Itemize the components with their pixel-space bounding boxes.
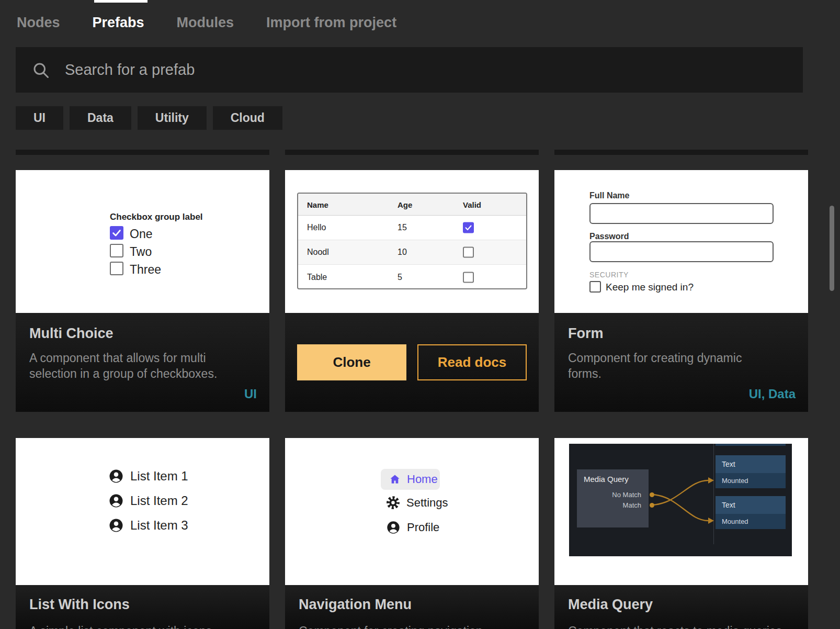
full-name-input[interactable] bbox=[589, 203, 774, 224]
prefab-picker-screen: Nodes Prefabs Modules Import from projec… bbox=[0, 0, 840, 629]
card-form-info[interactable]: Form Component for creating dynamic form… bbox=[554, 313, 808, 412]
scrollbar-thumb[interactable] bbox=[830, 206, 834, 291]
checkbox-one-label: One bbox=[130, 227, 152, 241]
nav-item-label: Home bbox=[407, 473, 438, 486]
active-tab-indicator bbox=[94, 0, 147, 3]
table-row: Noodl 10 bbox=[298, 240, 526, 265]
search-bar[interactable] bbox=[16, 47, 803, 93]
tab-nodes[interactable]: Nodes bbox=[17, 15, 60, 31]
security-section-label: SECURITY bbox=[589, 271, 629, 279]
table-valid-checkbox[interactable] bbox=[463, 272, 474, 283]
card-description: Component for creating navigation. bbox=[299, 623, 525, 629]
list-item: List Item 2 bbox=[108, 493, 188, 509]
node-output-match: Match bbox=[623, 501, 641, 509]
checkbox-three-label: Three bbox=[130, 263, 161, 277]
table-cell-age: 5 bbox=[398, 273, 402, 282]
checkbox-two[interactable] bbox=[110, 244, 123, 257]
text-node-clipped bbox=[716, 444, 786, 446]
table-header-row: Name Age Valid bbox=[298, 194, 526, 216]
keep-signed-in-checkbox[interactable] bbox=[589, 281, 601, 293]
card-description: A simple list component with icons. bbox=[29, 623, 256, 629]
keep-signed-in-label: Keep me signed in? bbox=[606, 282, 694, 293]
card-description: Component that reacts to media queries. bbox=[568, 623, 794, 629]
clone-button[interactable]: Clone bbox=[297, 344, 406, 380]
filter-ui[interactable]: UI bbox=[16, 106, 63, 130]
card-row-divider bbox=[16, 150, 269, 155]
search-input[interactable] bbox=[65, 61, 693, 78]
card-description: A component that allows for multi select… bbox=[29, 350, 239, 381]
read-docs-button[interactable]: Read docs bbox=[417, 344, 527, 380]
list-item-label: List Item 2 bbox=[130, 493, 188, 508]
home-icon bbox=[389, 473, 401, 486]
table-valid-checkbox[interactable] bbox=[463, 222, 474, 233]
filter-cloud[interactable]: Cloud bbox=[213, 106, 282, 130]
card-title: Multi Choice bbox=[29, 325, 256, 342]
list-item-label: List Item 1 bbox=[130, 469, 188, 484]
category-filters: UI Data Utility Cloud bbox=[16, 106, 282, 130]
table-valid-checkbox[interactable] bbox=[463, 247, 474, 258]
list-item-label: List Item 3 bbox=[130, 518, 188, 533]
card-list-with-icons-preview[interactable]: List Item 1 List Item 2 List Item 3 bbox=[16, 438, 269, 585]
table-header-age: Age bbox=[398, 200, 412, 209]
node-port-mounted: Mounted bbox=[716, 514, 786, 529]
tab-prefabs[interactable]: Prefabs bbox=[93, 15, 144, 31]
card-row-divider bbox=[285, 150, 539, 155]
list-item: List Item 1 bbox=[108, 468, 188, 484]
card-form-preview[interactable]: Full Name Password SECURITY Keep me sign… bbox=[554, 170, 808, 313]
table-cell-name: Table bbox=[307, 273, 327, 282]
text-node: Text Mounted bbox=[716, 496, 786, 529]
nav-item-label: Settings bbox=[406, 496, 448, 510]
gear-icon bbox=[386, 496, 400, 510]
table-cell-name: Hello bbox=[307, 223, 326, 232]
card-media-query-info[interactable]: Media Query Component that reacts to med… bbox=[554, 585, 808, 629]
checkbox-three[interactable] bbox=[110, 262, 123, 275]
card-row-divider bbox=[554, 150, 808, 155]
card-multi-choice-preview[interactable]: Checkbox group label One Two Three bbox=[16, 170, 269, 313]
table-cell-age: 10 bbox=[398, 248, 407, 257]
card-title: Media Query bbox=[568, 597, 794, 613]
node-title: Text bbox=[716, 496, 786, 514]
card-navigation-menu-info[interactable]: Navigation Menu Component for creating n… bbox=[285, 585, 539, 629]
card-media-query-preview[interactable]: Media Query No Match Match Text Mounted … bbox=[554, 438, 808, 585]
card-tags: UI, Data bbox=[749, 387, 796, 401]
tab-modules[interactable]: Modules bbox=[177, 15, 234, 31]
top-tab-bar: Nodes Prefabs Modules Import from projec… bbox=[17, 15, 396, 31]
card-title: Navigation Menu bbox=[299, 597, 525, 613]
port-dot bbox=[650, 492, 654, 497]
filter-data[interactable]: Data bbox=[70, 106, 131, 130]
card-title: List With Icons bbox=[29, 597, 256, 613]
card-table-info: Clone Read docs bbox=[285, 313, 539, 412]
nav-item-home[interactable]: Home bbox=[381, 469, 440, 490]
nav-item-profile[interactable]: Profile bbox=[386, 520, 439, 535]
table-cell-age: 15 bbox=[398, 223, 407, 232]
card-multi-choice-info[interactable]: Multi Choice A component that allows for… bbox=[16, 313, 269, 412]
full-name-label: Full Name bbox=[589, 191, 629, 200]
tab-import-from-project[interactable]: Import from project bbox=[266, 15, 396, 31]
card-navigation-menu-preview[interactable]: Home Settings Profile bbox=[285, 438, 539, 585]
password-input[interactable] bbox=[589, 241, 774, 262]
table-header-valid: Valid bbox=[463, 200, 481, 209]
card-list-with-icons-info[interactable]: List With Icons A simple list component … bbox=[16, 585, 269, 629]
person-circle-icon bbox=[386, 520, 401, 535]
table-row: Hello 15 bbox=[298, 216, 526, 240]
list-item: List Item 3 bbox=[108, 518, 188, 533]
checkbox-group-label: Checkbox group label bbox=[110, 212, 203, 222]
checkbox-one[interactable] bbox=[110, 226, 123, 240]
card-table-preview[interactable]: Name Age Valid Hello 15 Noodl 10 Table 5 bbox=[285, 170, 539, 313]
table-row: Table 5 bbox=[298, 265, 526, 289]
search-icon bbox=[31, 61, 50, 80]
port-dot bbox=[650, 503, 654, 508]
card-tags: UI bbox=[244, 387, 257, 401]
nav-item-settings[interactable]: Settings bbox=[386, 496, 448, 510]
node-title: Text bbox=[716, 455, 786, 473]
node-output-no-match: No Match bbox=[612, 491, 641, 499]
filter-utility[interactable]: Utility bbox=[138, 106, 207, 130]
text-node: Text Mounted bbox=[716, 455, 786, 488]
nav-item-label: Profile bbox=[407, 521, 439, 534]
person-circle-icon bbox=[108, 468, 124, 484]
person-circle-icon bbox=[108, 493, 124, 509]
card-description: Component for creating dynamic forms. bbox=[568, 350, 777, 381]
preview-table: Name Age Valid Hello 15 Noodl 10 Table 5 bbox=[297, 193, 527, 289]
node-title: Media Query bbox=[577, 469, 649, 484]
table-header-name: Name bbox=[307, 200, 328, 209]
